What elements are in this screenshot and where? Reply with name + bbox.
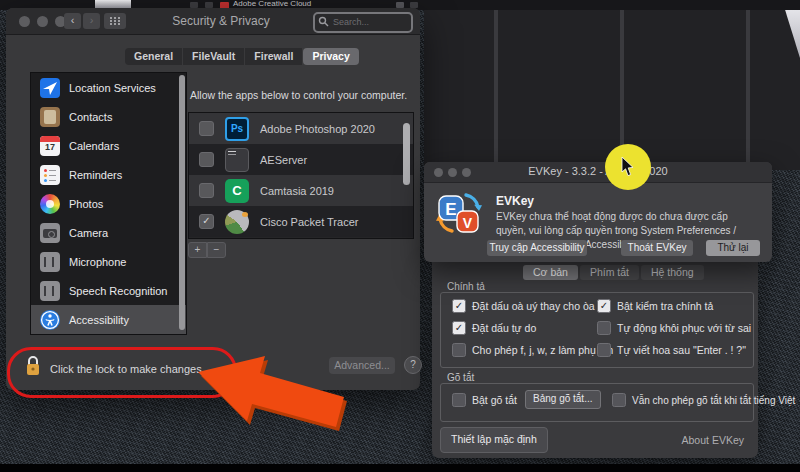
help-button[interactable]: ? <box>404 356 422 374</box>
accessibility-figure-icon <box>40 310 60 330</box>
checkbox-icon[interactable]: ✓ <box>597 299 611 313</box>
microphone-icon <box>40 252 60 272</box>
search-field[interactable] <box>313 12 413 33</box>
tab-co-ban[interactable]: Cơ bản <box>523 265 578 280</box>
location-arrow-icon <box>40 78 60 98</box>
app-checkbox[interactable] <box>199 121 214 136</box>
sidebar-item-calendars[interactable]: 17 Calendars <box>31 131 186 160</box>
reset-defaults-button[interactable]: Thiết lập mặc định <box>440 427 548 453</box>
retry-button[interactable]: Thử lại <box>706 240 760 256</box>
checkbox-icon[interactable]: ✓ <box>452 321 466 335</box>
tab-firewall[interactable]: Firewall <box>245 48 302 65</box>
evkey-settings-window: Cơ bản Phím tắt Hệ thống Chính tả ✓ Đặt … <box>432 262 758 458</box>
photos-pinwheel-icon <box>40 194 60 214</box>
checkbox-icon[interactable] <box>597 343 611 357</box>
checkbox-icon[interactable] <box>452 343 466 357</box>
quit-evkey-button[interactable]: Thoát EVKey <box>621 240 693 256</box>
alert-title: EVKey - 3.3.2 - Aug 21 2020 <box>424 165 772 177</box>
app-checkbox[interactable] <box>199 152 214 167</box>
accessibility-app-list: Ps Adobe Photoshop 2020 AEServer C Camta… <box>188 112 414 239</box>
title-bar: ‹ › Security & Privacy <box>6 8 420 35</box>
camtasia-icon: C <box>225 179 249 203</box>
sidebar-scrollbar[interactable] <box>179 75 185 330</box>
panel-heading: Allow the apps below to control your com… <box>190 89 416 101</box>
search-icon <box>318 16 329 27</box>
tab-privacy[interactable]: Privacy <box>303 48 358 65</box>
open-accessibility-button[interactable]: Truy cập Accessibility <box>487 240 587 256</box>
column-divider <box>746 0 750 170</box>
tab-he-thong[interactable]: Hệ thống <box>641 265 704 280</box>
spelling-section-title: Chính tả <box>447 281 485 292</box>
aeserver-icon <box>225 148 249 172</box>
security-privacy-window: ‹ › Security & Privacy General F <box>6 8 420 390</box>
app-row-camtasia[interactable]: C Camtasia 2019 <box>189 175 413 206</box>
contacts-book-icon <box>40 107 60 127</box>
adobe-cc-background-window <box>424 0 800 170</box>
app-list-scrollbar[interactable] <box>403 123 410 185</box>
shortcut-table-button[interactable]: Bảng gõ tắt... <box>525 390 601 409</box>
speech-waveform-icon <box>40 281 60 301</box>
sidebar-item-microphone[interactable]: Microphone <box>31 247 186 276</box>
tab-general[interactable]: General <box>125 48 182 65</box>
svg-text:V: V <box>463 215 473 231</box>
checkbox-tone-placement[interactable]: ✓ Đặt dấu oà uý thay cho òa úy <box>452 299 609 313</box>
checkbox-spell-check[interactable]: ✓ Bật kiểm tra chính tả <box>597 299 713 313</box>
annotation-arrow <box>190 342 350 432</box>
checkbox-fjwz-consonant[interactable]: Cho phép f, j, w, z làm phụ âm <box>452 343 613 357</box>
forward-button[interactable]: › <box>83 13 100 29</box>
mouse-cursor-icon <box>621 157 635 177</box>
sidebar-item-speech-recognition[interactable]: Speech Recognition <box>31 276 186 305</box>
add-app-button[interactable]: + <box>188 242 207 258</box>
checkbox-auto-restore[interactable]: Tự động khôi phục với từ sai <box>597 321 751 335</box>
evkey-tab-bar: Cơ bản Phím tắt Hệ thống <box>523 265 704 280</box>
evkey-alert-dialog: EVKey - 3.3.2 - Aug 21 2020 E V EVKey EV… <box>424 162 772 262</box>
reminders-list-icon <box>40 165 60 185</box>
checkbox-icon[interactable] <box>452 393 466 407</box>
photoshop-icon: Ps <box>225 117 249 141</box>
search-input[interactable] <box>331 14 409 29</box>
tab-filevault[interactable]: FileVault <box>183 48 244 65</box>
cursor-highlight-halo <box>605 144 651 190</box>
app-row-photoshop[interactable]: Ps Adobe Photoshop 2020 <box>189 113 413 144</box>
checkbox-enable-shortcuts[interactable]: Bật gõ tắt <box>452 393 517 407</box>
show-all-preferences-icon[interactable] <box>104 13 126 29</box>
privacy-sidebar: Location Services Contacts 17 Calendars … <box>30 72 187 335</box>
camera-icon <box>40 223 60 243</box>
sidebar-item-camera[interactable]: Camera <box>31 218 186 247</box>
letterbox-bar <box>0 464 800 472</box>
remove-app-button[interactable]: − <box>207 242 226 258</box>
checkbox-shortcuts-when-off[interactable]: Vẫn cho phép gõ tắt khi tắt tiếng Việt <box>612 393 795 407</box>
app-row-aeserver[interactable]: AEServer <box>189 144 413 175</box>
checkbox-auto-capitalize[interactable]: Tự viết hoa sau "Enter . ! ?" <box>597 343 746 357</box>
add-remove-controls: + − <box>188 242 226 258</box>
screenshot-root: Adobe Creative Cloud ‹ › Security <box>0 0 800 472</box>
sidebar-item-reminders[interactable]: Reminders <box>31 160 186 189</box>
packet-tracer-icon <box>225 210 249 234</box>
window-title: Security & Privacy <box>146 14 296 28</box>
evkey-logo-icon: E V <box>436 190 482 240</box>
close-window-icon[interactable] <box>19 16 30 27</box>
checkbox-icon[interactable] <box>597 321 611 335</box>
column-divider <box>494 0 498 170</box>
svg-text:E: E <box>445 200 456 219</box>
background-window-sliver <box>95 0 131 8</box>
sidebar-item-contacts[interactable]: Contacts <box>31 102 186 131</box>
minimize-window-icon[interactable] <box>37 16 48 27</box>
tab-phim-tat[interactable]: Phím tắt <box>580 265 639 280</box>
app-checkbox-checked[interactable]: ✓ <box>199 214 214 229</box>
security-tab-bar: General FileVault Firewall Privacy <box>125 48 359 65</box>
checkbox-icon[interactable] <box>612 393 626 407</box>
back-button[interactable]: ‹ <box>64 13 81 29</box>
alert-title-bar: EVKey - 3.3.2 - Aug 21 2020 <box>424 162 772 183</box>
sidebar-item-location-services[interactable]: Location Services <box>31 73 186 102</box>
checkbox-free-tone[interactable]: ✓ Đặt dấu tự do <box>452 321 536 335</box>
sidebar-item-accessibility[interactable]: Accessibility <box>31 305 186 334</box>
alert-heading: EVKey <box>496 194 534 208</box>
app-row-packet-tracer[interactable]: ✓ Cisco Packet Tracer <box>189 206 413 237</box>
calendar-icon: 17 <box>40 136 60 156</box>
shortcut-section-title: Gõ tắt <box>447 372 474 383</box>
checkbox-icon[interactable]: ✓ <box>452 299 466 313</box>
sidebar-item-photos[interactable]: Photos <box>31 189 186 218</box>
about-evkey-link[interactable]: About EVKey <box>682 434 744 446</box>
app-checkbox[interactable] <box>199 183 214 198</box>
